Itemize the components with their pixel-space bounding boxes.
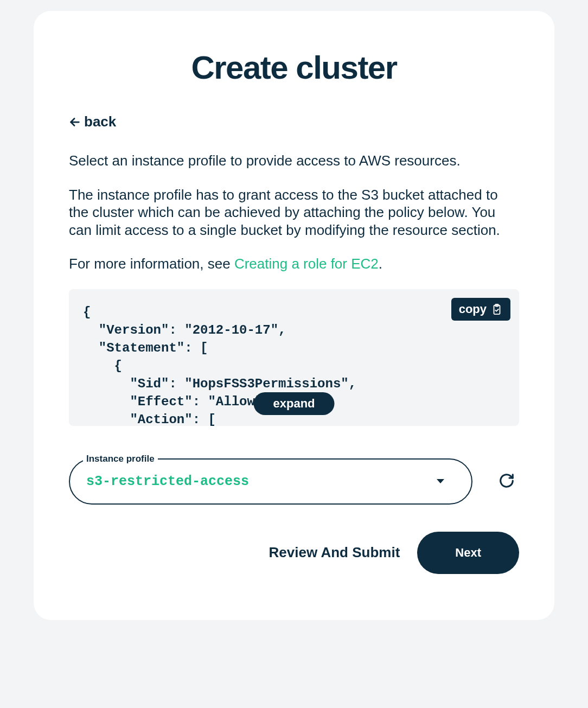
instance-profile-value: s3-restricted-access xyxy=(86,474,249,489)
instance-profile-row: Instance profile s3-restricted-access xyxy=(69,458,519,505)
chevron-down-icon xyxy=(437,479,444,483)
instance-profile-select[interactable]: s3-restricted-access xyxy=(69,458,472,505)
ec2-role-link[interactable]: Creating a role for EC2 xyxy=(234,256,379,272)
policy-code-block: { "Version": "2012-10-17", "Statement": … xyxy=(69,289,519,426)
instance-profile-legend: Instance profile xyxy=(83,454,158,464)
footer-actions: Review And Submit Next xyxy=(69,532,519,574)
intro-text-2: The instance profile has to grant access… xyxy=(69,186,519,239)
back-label: back xyxy=(84,113,116,130)
arrow-left-icon xyxy=(69,116,81,128)
refresh-icon xyxy=(498,473,515,489)
copy-label: copy xyxy=(459,302,487,316)
clipboard-icon xyxy=(491,303,503,315)
create-cluster-card: Create cluster back Select an instance p… xyxy=(34,11,554,620)
intro-text-1: Select an instance profile to provide ac… xyxy=(69,152,519,170)
page-title: Create cluster xyxy=(69,49,519,86)
instance-profile-select-wrap: Instance profile s3-restricted-access xyxy=(69,458,472,505)
para3-prefix: For more information, see xyxy=(69,256,234,272)
next-button[interactable]: Next xyxy=(417,532,519,574)
expand-button[interactable]: expand xyxy=(253,392,334,415)
review-and-submit-button[interactable]: Review And Submit xyxy=(269,544,400,561)
copy-button[interactable]: copy xyxy=(451,298,510,321)
refresh-button[interactable] xyxy=(494,468,519,495)
back-button[interactable]: back xyxy=(69,113,116,130)
para3-suffix: . xyxy=(379,256,382,272)
intro-text-3: For more information, see Creating a rol… xyxy=(69,255,519,273)
